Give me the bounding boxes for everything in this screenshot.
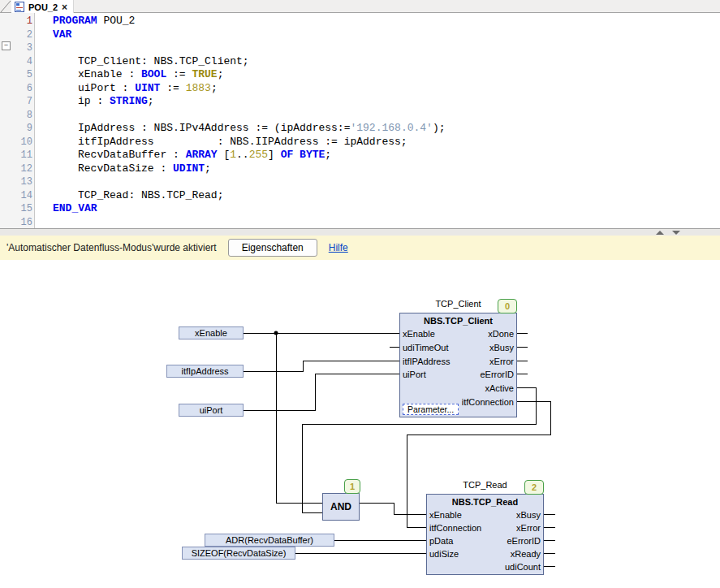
- output-pin[interactable]: xError: [516, 523, 541, 533]
- code-line[interactable]: END_VAR: [35, 202, 720, 216]
- code-line[interactable]: TCP_Read: NBS.TCP_Read;: [35, 189, 720, 203]
- code-line[interactable]: xEnable : BOOL := TRUE;: [35, 68, 720, 82]
- output-pin[interactable]: xBusy: [516, 510, 541, 520]
- code-line[interactable]: VAR: [35, 28, 720, 42]
- code-line[interactable]: uiPort : UINT := 1883;: [35, 82, 720, 96]
- pin-row: udiSizexReady: [427, 547, 543, 560]
- properties-button[interactable]: Eigenschaften: [228, 239, 317, 257]
- and-block[interactable]: AND: [322, 493, 360, 521]
- line-number: 5: [0, 68, 32, 82]
- input-pin[interactable]: itfConnection: [429, 523, 481, 533]
- line-number-gutter: 12345678910111213141516: [0, 15, 32, 228]
- tcp-read-type-label: NBS.TCP_Read: [427, 495, 543, 508]
- junction-dot: [274, 331, 278, 335]
- tab-corner-decoration: [0, 0, 12, 13]
- operand-adr-recvdatabuffer[interactable]: ADR(RecvDataBuffer): [205, 534, 334, 547]
- code-line[interactable]: [35, 175, 720, 189]
- input-pin[interactable]: udiSize: [429, 549, 459, 559]
- pin-row: xEnablexBusy: [427, 508, 543, 521]
- input-pin[interactable]: uiPort: [403, 370, 426, 379]
- code-line[interactable]: RecvDataSize : UDINT;: [35, 162, 720, 176]
- pin-row: udiCount: [427, 560, 543, 573]
- line-number: 9: [0, 122, 32, 136]
- pin-row: udiTimeOutxBusy: [400, 341, 516, 355]
- output-pin[interactable]: udiCount: [505, 562, 541, 572]
- pin-row: pDataeErrorID: [427, 534, 543, 547]
- tcp-read-block[interactable]: NBS.TCP_Read xEnablexBusyitfConnectionxE…: [426, 494, 544, 575]
- input-pin[interactable]: xEnable: [429, 510, 462, 520]
- output-pin[interactable]: itfConnection: [462, 397, 514, 407]
- notification-message: 'Automatischer Datenfluss-Modus'wurde ak…: [6, 242, 217, 253]
- fbd-editor[interactable]: xEnable itfIpAddress uiPort ADR(RecvData…: [0, 260, 720, 588]
- declaration-editor[interactable]: − 12345678910111213141516 PROGRAM POU_2V…: [0, 13, 720, 228]
- code-line[interactable]: PROGRAM POU_2: [35, 15, 720, 28]
- line-number: 1: [0, 15, 32, 28]
- and-exec-order-badge: 1: [344, 479, 360, 494]
- line-number: 11: [0, 149, 32, 162]
- pin-row: itfConnectionxError: [427, 521, 543, 534]
- pin-row: xEnablexDone: [400, 327, 516, 341]
- tab-pou-2[interactable]: POU_2 ×: [11, 0, 74, 14]
- pou-icon: [15, 2, 24, 12]
- input-pin[interactable]: pData: [429, 536, 453, 546]
- code-line[interactable]: TCP_Client: NBS.TCP_Client;: [35, 55, 720, 69]
- line-number: 12: [0, 162, 32, 176]
- output-pin[interactable]: xBusy: [489, 343, 514, 352]
- input-pin[interactable]: xEnable: [403, 329, 435, 339]
- operand-sizeof-recvdatasize[interactable]: SIZEOF(RecvDataSize): [182, 547, 295, 560]
- output-pin[interactable]: eErrorID: [480, 370, 514, 379]
- code-line[interactable]: IpAddress : NBS.IPv4Address := (ipAddres…: [35, 122, 720, 136]
- output-pin[interactable]: xActive: [485, 383, 514, 393]
- code-line[interactable]: RecvDataBuffer : ARRAY [1..255] OF BYTE;: [35, 149, 720, 162]
- output-pin[interactable]: xDone: [488, 329, 514, 339]
- help-link[interactable]: Hilfe: [329, 242, 348, 253]
- code-line[interactable]: ip : STRING;: [35, 95, 720, 109]
- code-line[interactable]: [35, 216, 720, 229]
- line-number: 6: [0, 82, 32, 96]
- tcp-client-exec-order-badge: 0: [498, 299, 517, 313]
- input-pin[interactable]: itfIPAddress: [403, 357, 451, 366]
- line-number: 16: [0, 216, 32, 229]
- code-lines[interactable]: PROGRAM POU_2VARTCP_Client: NBS.TCP_Clie…: [35, 15, 720, 228]
- output-pin[interactable]: eErrorID: [507, 536, 541, 546]
- editor-gutter: − 12345678910111213141516: [0, 13, 35, 228]
- code-line[interactable]: [35, 41, 720, 55]
- code-line[interactable]: itfIpAddress : NBS.IIPAddress := ipAddre…: [35, 136, 720, 149]
- parameter-button[interactable]: Parameter...: [403, 404, 459, 415]
- pin-row: uiPorteErrorID: [400, 368, 516, 382]
- input-pin[interactable]: udiTimeOut: [403, 343, 448, 352]
- notification-bar: 'Automatischer Datenfluss-Modus'wurde ak…: [0, 236, 720, 260]
- line-number: 2: [0, 28, 32, 42]
- line-number: 3: [0, 41, 32, 55]
- connection-wires: [0, 260, 720, 588]
- tcp-client-type-label: NBS.TCP_Client: [400, 313, 516, 327]
- line-number: 14: [0, 189, 32, 203]
- tab-bar: POU_2 ×: [0, 0, 720, 13]
- line-number: 13: [0, 175, 32, 189]
- tab-title: POU_2: [28, 2, 58, 12]
- line-number: 7: [0, 95, 32, 109]
- tab-close-icon[interactable]: ×: [62, 3, 67, 11]
- line-number: 8: [0, 109, 32, 123]
- pin-row: xActive: [400, 382, 516, 396]
- operand-xenable[interactable]: xEnable: [179, 326, 244, 339]
- output-pin[interactable]: xError: [489, 357, 514, 366]
- scroll-down-icon[interactable]: [672, 231, 680, 235]
- line-number: 15: [0, 202, 32, 216]
- tcp-client-block[interactable]: NBS.TCP_Client xEnablexDoneudiTimeOutxBu…: [399, 313, 517, 417]
- scroll-up-icon[interactable]: [656, 231, 664, 235]
- pin-row: itfIPAddressxError: [400, 354, 516, 368]
- line-number: 4: [0, 55, 32, 69]
- operand-uiport[interactable]: uiPort: [179, 404, 244, 417]
- tcp-read-exec-order-badge: 2: [524, 480, 544, 495]
- line-number: 10: [0, 136, 32, 149]
- code-line[interactable]: [35, 109, 720, 123]
- operand-itfipaddress[interactable]: itfIpAddress: [166, 365, 244, 378]
- output-pin[interactable]: xReady: [511, 549, 541, 559]
